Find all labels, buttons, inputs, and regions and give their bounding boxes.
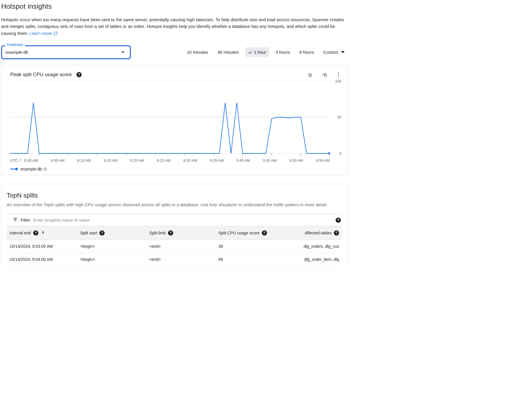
legend-toggle-icon[interactable] <box>308 72 314 78</box>
help-icon[interactable]: ? <box>336 218 341 223</box>
external-link-icon <box>53 30 58 37</box>
splits-table: Interval end ? Split start ? Sp <box>7 226 342 266</box>
x-tick-label: 9:50 AM <box>289 158 303 163</box>
time-range-option[interactable]: 3 hours <box>273 47 293 57</box>
cell-split-start: <begin> <box>77 253 146 266</box>
col-split-start[interactable]: Split start ? <box>77 226 146 240</box>
svg-point-2 <box>325 74 327 76</box>
chart-title: Peak split CPU usage score <box>10 72 72 78</box>
col-cpu-score[interactable]: Split CPU usage score ? <box>216 226 295 240</box>
cell-split-limit: <end> <box>146 240 216 253</box>
svg-point-5 <box>338 74 339 75</box>
legend-marker-icon <box>10 167 18 171</box>
chart-timezone: UTC-7 <box>10 158 24 163</box>
time-range-custom[interactable]: Custom <box>320 47 348 57</box>
time-range-option[interactable]: 30 minutes <box>214 47 241 57</box>
database-select[interactable]: Database example-db <box>1 45 131 59</box>
help-icon[interactable]: ? <box>33 230 38 236</box>
help-icon[interactable]: ? <box>168 230 173 236</box>
table-row[interactable]: 10/14/2024, 9:03:00 AM<begin><end>39dlg_… <box>7 240 342 253</box>
svg-rect-27 <box>15 221 16 221</box>
cell-affected-tables: dlg_order_item, dlg <box>295 253 342 266</box>
dropdown-caret-icon <box>121 51 125 53</box>
topn-title: TopN splits <box>7 192 342 199</box>
x-tick-label: 9:15 AM <box>104 158 118 163</box>
database-select-label: Database <box>5 42 25 47</box>
table-row[interactable]: 10/14/2024, 9:04:00 AM<begin><end>69dlg_… <box>7 253 342 266</box>
chart-card: Peak split CPU usage score ? <box>1 65 348 175</box>
x-tick-label: 9:00 AM <box>24 158 38 163</box>
database-select-value: example-db <box>6 50 28 55</box>
time-range-option[interactable]: 6 hours <box>296 47 317 57</box>
filter-icon <box>12 217 18 223</box>
checkmark-icon <box>248 50 252 54</box>
x-tick-label: 9:05 AM <box>51 158 65 163</box>
x-tick-label: 9:35 AM <box>210 158 224 163</box>
help-icon[interactable]: ? <box>262 230 267 236</box>
topn-description: An overview of the TopN splits with high… <box>7 202 338 208</box>
cell-interval-end: 10/14/2024, 9:03:00 AM <box>7 240 77 253</box>
x-tick-label: 9:10 AM <box>77 158 91 163</box>
x-tick-label: 9:40 AM <box>236 158 250 163</box>
cell-cpu-score: 39 <box>216 240 295 253</box>
time-range-option[interactable]: 1 hour <box>245 47 269 57</box>
x-tick-label: 9:25 AM <box>157 158 171 163</box>
x-tick-label: 9:20 AM <box>130 158 144 163</box>
help-icon[interactable]: ? <box>99 230 105 236</box>
col-affected-tables[interactable]: Affected tables ? <box>295 226 342 240</box>
svg-point-6 <box>338 76 339 77</box>
y-tick-label: 0 <box>339 151 341 155</box>
svg-point-4 <box>338 72 339 73</box>
x-tick-label: 9:45 AM <box>263 158 277 163</box>
cell-split-limit: <end> <box>146 253 216 266</box>
cell-cpu-score: 69 <box>216 253 295 266</box>
dropdown-caret-icon <box>341 51 345 53</box>
filter-label: Filter <box>21 218 30 222</box>
y-tick-label: 100 <box>335 79 341 83</box>
x-tick-label: 9:30 AM <box>183 158 197 163</box>
x-tick-label: 9:55 AM <box>316 158 330 163</box>
cell-affected-tables: dlg_orders, dlg_cus <box>295 240 342 253</box>
learn-more-link[interactable]: Learn more <box>30 31 58 36</box>
filter-input[interactable] <box>33 218 138 222</box>
y-tick-label: 50 <box>337 115 341 119</box>
svg-rect-25 <box>13 218 17 219</box>
time-range-group: 10 minutes30 minutes1 hour3 hours6 hours… <box>184 47 348 57</box>
time-range-option[interactable]: 10 minutes <box>184 47 211 57</box>
svg-point-24 <box>15 168 18 170</box>
help-icon[interactable]: ? <box>76 72 82 77</box>
cell-split-start: <begin> <box>77 240 146 253</box>
svg-line-3 <box>326 76 327 77</box>
page-title: Hotspot insights <box>1 2 348 10</box>
sort-ascending-icon <box>41 231 45 235</box>
cell-interval-end: 10/14/2024, 9:04:00 AM <box>7 253 77 266</box>
col-split-limit[interactable]: Split limit ? <box>146 226 216 240</box>
intro-paragraph: Hotspots occur when too many requests ha… <box>1 16 348 37</box>
topn-splits-card: TopN splits An overview of the TopN spli… <box>1 184 348 266</box>
chart-legend: example-db: 0 <box>10 167 341 171</box>
col-interval-end[interactable]: Interval end ? <box>7 226 77 240</box>
zoom-chart-icon[interactable] <box>322 72 327 78</box>
help-icon[interactable]: ? <box>334 230 339 236</box>
svg-rect-26 <box>14 220 17 220</box>
more-options-icon[interactable] <box>336 72 341 78</box>
